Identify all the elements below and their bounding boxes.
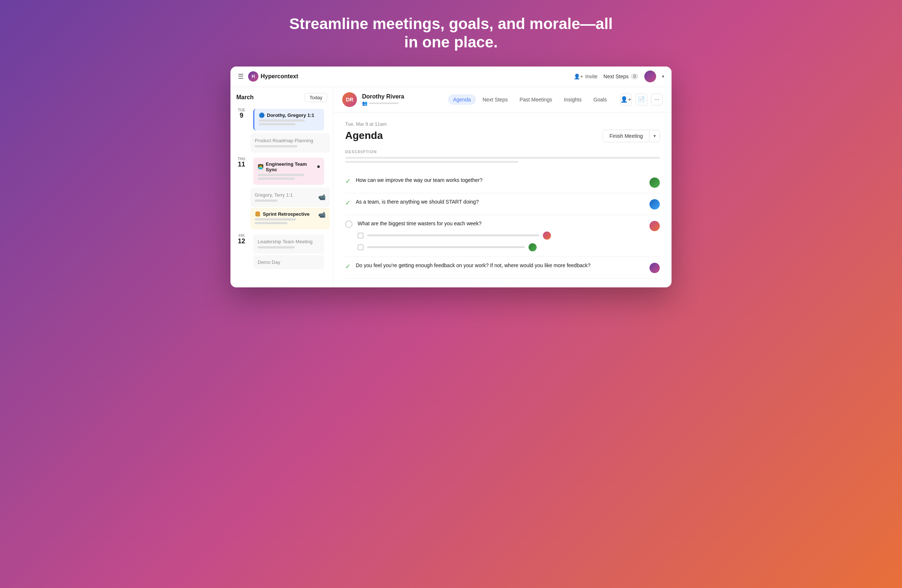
app-window: ☰ H Hypercontext 👤+ Invite Next Steps 0 … bbox=[230, 67, 672, 288]
meeting-card-engineering[interactable]: 👩‍💻 Engineering Team Sync bbox=[253, 158, 324, 185]
agenda-top: Agenda Finish Meeting ▾ bbox=[345, 130, 660, 142]
meeting-participants: 👥 bbox=[362, 101, 443, 106]
meeting-card-product-roadmap[interactable]: Product Roadmap Planning bbox=[250, 133, 330, 153]
item-avatar-1 bbox=[650, 178, 660, 188]
sub-item-2 bbox=[358, 242, 644, 251]
item-text-area[interactable]: What are the biggest time wasters for yo… bbox=[358, 220, 644, 252]
tab-insights[interactable]: Insights bbox=[559, 94, 587, 105]
meeting-title-text: Dorothy, Gregory 1:1 bbox=[267, 113, 314, 118]
tab-past-meetings[interactable]: Past Meetings bbox=[514, 94, 557, 105]
finish-meeting-arrow[interactable]: ▾ bbox=[650, 130, 659, 141]
meeting-title-text: Sprint Retrospective bbox=[263, 211, 310, 217]
day-header-tue: TUE 9 🔵 Dorothy, Gregory 1:1 bbox=[230, 105, 333, 133]
video-icon: 📹 bbox=[318, 194, 326, 201]
item-avatar-2 bbox=[650, 199, 660, 210]
meeting-card-dorothy[interactable]: 🔵 Dorothy, Gregory 1:1 bbox=[253, 109, 324, 130]
add-participant-button[interactable]: 👤+ bbox=[620, 94, 632, 105]
description-label: DESCRIPTION bbox=[345, 150, 660, 154]
tab-next-steps[interactable]: Next Steps bbox=[478, 94, 513, 105]
meeting-title-text: Leadership Team Meeting bbox=[258, 239, 312, 244]
agenda-label: Agenda bbox=[345, 130, 383, 141]
next-steps-nav[interactable]: Next Steps 0 bbox=[603, 74, 639, 80]
sub-item-avatar bbox=[529, 243, 537, 251]
top-nav: ☰ H Hypercontext 👤+ Invite Next Steps 0 … bbox=[230, 67, 672, 87]
check-icon: ✓ bbox=[345, 263, 351, 271]
tab-agenda[interactable]: Agenda bbox=[448, 94, 476, 105]
desc-line-1 bbox=[345, 157, 660, 159]
logo-area: H Hypercontext bbox=[248, 71, 298, 81]
sub-item-line bbox=[367, 246, 525, 248]
meeting-emoji: 🔵 bbox=[259, 113, 265, 118]
desc-line-2 bbox=[345, 161, 518, 163]
day-num-thu: 11 bbox=[238, 161, 245, 167]
agenda-content: Tue, Mar 9 at 11am Agenda Finish Meeting… bbox=[334, 113, 672, 288]
sub-item-avatar bbox=[543, 231, 551, 239]
finish-meeting-button[interactable]: Finish Meeting bbox=[603, 130, 650, 142]
checkbox-icon[interactable] bbox=[358, 233, 363, 239]
item-question: As a team, is there anything we should S… bbox=[356, 199, 644, 206]
tab-actions: 👤+ 📄 ··· bbox=[620, 94, 663, 105]
checkbox-icon[interactable] bbox=[358, 244, 363, 250]
hero-title: Streamline meetings, goals, and morale—a… bbox=[286, 15, 616, 52]
agenda-item-2: ✓ As a team, is there anything we should… bbox=[345, 193, 660, 215]
participant-line bbox=[369, 103, 398, 104]
chevron-down-icon[interactable]: ▾ bbox=[662, 74, 664, 79]
day-header-thu: THU 11 👩‍💻 Engineering Team Sync bbox=[230, 154, 333, 187]
notes-button[interactable]: 📄 bbox=[636, 94, 647, 105]
item-text-area[interactable]: Do you feel you're getting enough feedba… bbox=[356, 262, 644, 269]
meeting-title-text: Gregory, Terry 1:1 bbox=[255, 192, 293, 198]
meeting-avatar: DR bbox=[342, 92, 357, 107]
description-lines bbox=[345, 157, 660, 163]
item-question: What are the biggest time wasters for yo… bbox=[358, 220, 644, 227]
day-header-fri: FRI 12 Leadership Team Meeting Demo Day bbox=[230, 231, 333, 271]
month-label: March bbox=[236, 94, 254, 101]
invite-button[interactable]: 👤+ Invite bbox=[574, 74, 598, 80]
agenda-items: ✓ How can we improve the way our team wo… bbox=[345, 172, 660, 279]
item-question: Do you feel you're getting enough feedba… bbox=[356, 262, 644, 269]
meeting-title-text: Demo Day bbox=[258, 260, 280, 265]
agenda-item-3: What are the biggest time wasters for yo… bbox=[345, 215, 660, 257]
invite-label: Invite bbox=[585, 74, 597, 80]
meeting-datetime: Tue, Mar 9 at 11am bbox=[345, 121, 660, 127]
sidebar-header: March Today bbox=[230, 87, 333, 105]
item-question: How can we improve the way our team work… bbox=[356, 177, 644, 184]
main-layout: March Today TUE 9 🔵 Dorothy, Gregory 1:1 bbox=[230, 87, 672, 288]
dot-indicator bbox=[317, 165, 320, 168]
sub-items bbox=[358, 231, 644, 251]
sidebar: March Today TUE 9 🔵 Dorothy, Gregory 1:1 bbox=[230, 87, 334, 288]
tab-goals[interactable]: Goals bbox=[588, 94, 612, 105]
meeting-title-text: Product Roadmap Planning bbox=[255, 138, 313, 143]
item-avatar-3 bbox=[650, 221, 660, 231]
meeting-emoji: 🍔 bbox=[255, 211, 261, 217]
description-section: DESCRIPTION bbox=[345, 150, 660, 163]
agenda-item-1: ✓ How can we improve the way our team wo… bbox=[345, 172, 660, 193]
day-group-thu: THU 11 👩‍💻 Engineering Team Sync bbox=[230, 154, 333, 229]
user-avatar[interactable] bbox=[644, 70, 656, 82]
participants-icon: 👥 bbox=[362, 101, 368, 106]
meeting-emoji: 👩‍💻 bbox=[258, 164, 263, 169]
item-text-area[interactable]: How can we improve the way our team work… bbox=[356, 177, 644, 184]
day-num-tue: 9 bbox=[240, 112, 243, 119]
finish-meeting-group: Finish Meeting ▾ bbox=[603, 130, 660, 142]
meeting-card-demo[interactable]: Demo Day bbox=[253, 255, 324, 269]
agenda-item-4: ✓ Do you feel you're getting enough feed… bbox=[345, 257, 660, 278]
meeting-header: DR Dorothy Rivera 👥 Agenda Next Steps Pa… bbox=[334, 87, 672, 113]
sub-item-line bbox=[367, 235, 539, 236]
meeting-card-gregory-terry[interactable]: Gregory, Terry 1:1 📹 bbox=[250, 188, 330, 207]
day-group-fri: FRI 12 Leadership Team Meeting Demo Day bbox=[230, 231, 333, 271]
item-text-area[interactable]: As a team, is there anything we should S… bbox=[356, 199, 644, 206]
meeting-card-sprint[interactable]: 🍔 Sprint Retrospective 📹 bbox=[250, 208, 330, 229]
item-avatar-4 bbox=[650, 263, 660, 273]
more-options-button[interactable]: ··· bbox=[651, 94, 663, 105]
logo-icon: H bbox=[248, 71, 258, 81]
next-steps-badge: 0 bbox=[631, 74, 639, 80]
menu-icon[interactable]: ☰ bbox=[238, 72, 244, 80]
meeting-card-leadership[interactable]: Leadership Team Meeting bbox=[253, 235, 324, 253]
day-group-tue: TUE 9 🔵 Dorothy, Gregory 1:1 bbox=[230, 105, 333, 153]
video-icon: 📹 bbox=[318, 211, 326, 218]
meeting-title-text: Engineering Team Sync bbox=[266, 161, 315, 172]
today-button[interactable]: Today bbox=[305, 93, 327, 102]
check-icon: ✓ bbox=[345, 177, 351, 185]
meeting-title-area: Dorothy Rivera 👥 bbox=[362, 93, 443, 106]
invite-icon: 👤+ bbox=[574, 74, 583, 80]
